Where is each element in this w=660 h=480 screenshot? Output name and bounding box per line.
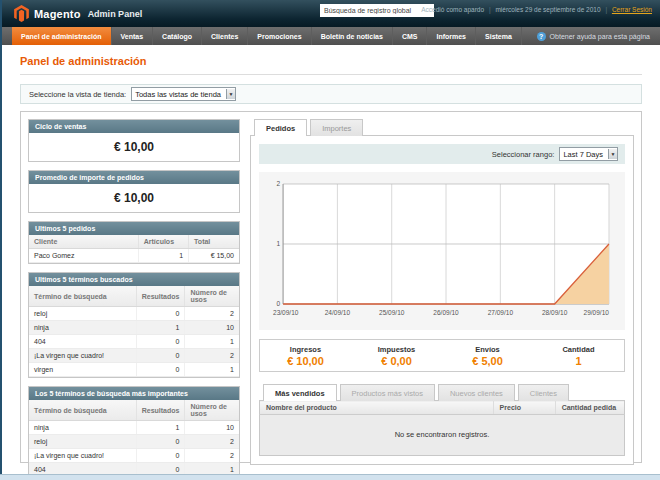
totals-bar: Ingresos € 10,00 Impuestos € 0,00 Envíos…: [259, 339, 625, 372]
svg-text:29/09/10: 29/09/10: [584, 309, 610, 316]
cell-uses: 1: [185, 363, 239, 377]
total-impuestos: Impuestos € 0,00: [351, 345, 442, 367]
cell-results: 1: [136, 421, 185, 435]
col-header: Cantidad pedida: [555, 401, 624, 415]
bestsellers-grid: Nombre del producto Precio Cantidad pedi…: [259, 400, 625, 456]
cell-total: € 15,00: [189, 249, 239, 263]
store-view-select[interactable]: Todas las vistas de tienda ▼: [131, 87, 236, 101]
cell-term: ¡La virgen que cuadro!: [29, 449, 136, 463]
page-title: Panel de administración: [20, 55, 642, 67]
store-view-value: Todas las vistas de tienda: [135, 90, 221, 99]
total-envios: Envíos € 5,00: [442, 345, 533, 367]
svg-text:2: 2: [276, 180, 280, 187]
title-divider: [20, 74, 642, 75]
table-row[interactable]: ¡La virgen que cuadro! 0 2: [29, 349, 239, 363]
dashboard-left-column: Ciclo de ventas € 10,00 Promedio de impo…: [28, 119, 240, 455]
table-row[interactable]: ¡La virgen que cuadro! 0 2: [29, 449, 239, 463]
range-label: Seleccionar rango:: [492, 150, 555, 159]
nav-item-informes[interactable]: Informes: [427, 27, 476, 45]
chart-tabs: Pedidos Importes: [250, 119, 634, 135]
main-nav: Panel de administración Ventas Catálogo …: [0, 27, 660, 45]
header-user-info: Accedió como apardo | miércoles 29 de se…: [421, 6, 652, 13]
logout-link[interactable]: Cerrar Sesión: [612, 6, 652, 13]
svg-text:26/09/10: 26/09/10: [433, 309, 459, 316]
col-header: Término de búsqueda: [29, 286, 136, 307]
top-search-terms-table: Término de búsqueda Resultados Número de…: [29, 400, 239, 480]
bottom-tabs: Más vendidos Productos más vistos Nuevos…: [259, 384, 625, 400]
nav-item-sistema[interactable]: Sistema: [476, 27, 522, 45]
cell-uses: 10: [185, 421, 239, 435]
last-search-terms-title: Ultimos 5 términos buscados: [29, 273, 239, 286]
cell-term: reloj: [29, 435, 136, 449]
get-help-link[interactable]: ? Obtener ayuda para esta página: [537, 27, 650, 45]
table-row[interactable]: Paco Gomez 1 € 15,00: [29, 249, 239, 263]
global-search-input[interactable]: [320, 4, 434, 17]
total-ingresos: Ingresos € 10,00: [260, 345, 351, 367]
tab-mas-vendidos[interactable]: Más vendidos: [263, 384, 337, 401]
logged-in-as: Accedió como apardo: [421, 6, 484, 13]
cell-results: 0: [136, 363, 185, 377]
table-row[interactable]: 404 0 1: [29, 335, 239, 349]
col-header: Precio: [493, 401, 555, 415]
last-orders-box: Ultimos 5 pedidos Cliente Artículos Tota…: [28, 221, 240, 264]
cell-uses: 2: [185, 349, 239, 363]
top-search-terms-box: Los 5 términos de búsqueda más important…: [28, 386, 240, 480]
dashboard-right-column: Pedidos Importes Seleccionar rango: Last…: [250, 119, 634, 455]
total-value: € 0,00: [351, 355, 442, 367]
separator: |: [605, 6, 607, 13]
logo-subtitle: Admin Panel: [88, 9, 143, 19]
table-row[interactable]: ninja 1 10: [29, 321, 239, 335]
cell-term: ninja: [29, 321, 136, 335]
total-label: Impuestos: [351, 345, 442, 354]
table-row[interactable]: ninja 1 10: [29, 421, 239, 435]
last-search-terms-table: Término de búsqueda Resultados Número de…: [29, 286, 239, 377]
chevron-down-icon: ▼: [226, 89, 235, 99]
orders-chart: 01223/09/1024/09/1025/09/1026/09/1027/09…: [267, 178, 617, 330]
chevron-down-icon: ▼: [608, 149, 617, 159]
cell-term: ninja: [29, 421, 136, 435]
table-row[interactable]: reloj 0 2: [29, 307, 239, 321]
svg-text:24/09/10: 24/09/10: [325, 309, 351, 316]
nav-item-catalogo[interactable]: Catálogo: [153, 27, 202, 45]
tab-clientes[interactable]: Clientes: [518, 384, 569, 401]
total-value: 1: [533, 355, 624, 367]
help-icon: ?: [537, 32, 546, 41]
table-row[interactable]: reloj 0 2: [29, 435, 239, 449]
cell-results: 0: [136, 349, 185, 363]
nav-item-cms[interactable]: CMS: [393, 27, 428, 45]
last-orders-title: Ultimos 5 pedidos: [29, 222, 239, 235]
range-select[interactable]: Last 7 Days ▼: [559, 147, 618, 161]
total-cantidad: Cantidad 1: [533, 345, 624, 367]
nav-item-ventas[interactable]: Ventas: [112, 27, 154, 45]
tab-productos-mas-vistos[interactable]: Productos más vistos: [340, 384, 435, 401]
total-label: Envíos: [442, 345, 533, 354]
col-header: Número de usos: [185, 400, 239, 421]
top-header: Magento Admin Panel Accedió como apardo …: [0, 0, 660, 27]
table-row[interactable]: virgen 0 1: [29, 363, 239, 377]
total-value: € 10,00: [260, 355, 351, 367]
svg-text:0: 0: [276, 300, 280, 307]
tab-nuevos-clientes[interactable]: Nuevos clientes: [438, 384, 515, 401]
magento-logo: Magento Admin Panel: [14, 5, 142, 22]
nav-item-dashboard[interactable]: Panel de administración: [12, 27, 112, 45]
cell-term: ¡La virgen que cuadro!: [29, 349, 136, 363]
nav-item-boletin[interactable]: Boletín de noticias: [312, 27, 393, 45]
tab-pedidos[interactable]: Pedidos: [254, 119, 307, 136]
col-header: Total: [189, 235, 239, 249]
nav-item-clientes[interactable]: Clientes: [202, 27, 248, 45]
col-header: Cliente: [29, 235, 138, 249]
magento-logo-icon: [14, 5, 29, 22]
cell-term: 404: [29, 335, 136, 349]
col-header: Resultados: [136, 286, 185, 307]
empty-grid-message: No se encontraron registros.: [260, 415, 625, 456]
col-header: Resultados: [136, 400, 185, 421]
window-frame-bottom: [0, 474, 660, 480]
tab-importes[interactable]: Importes: [310, 119, 363, 136]
svg-text:27/09/10: 27/09/10: [488, 309, 514, 316]
current-date: miércoles 29 de septiembre de 2010: [495, 6, 600, 13]
cell-results: 0: [136, 335, 185, 349]
cell-uses: 2: [185, 449, 239, 463]
total-label: Cantidad: [533, 345, 624, 354]
svg-text:23/09/10: 23/09/10: [273, 309, 299, 316]
nav-item-promociones[interactable]: Promociones: [248, 27, 311, 45]
